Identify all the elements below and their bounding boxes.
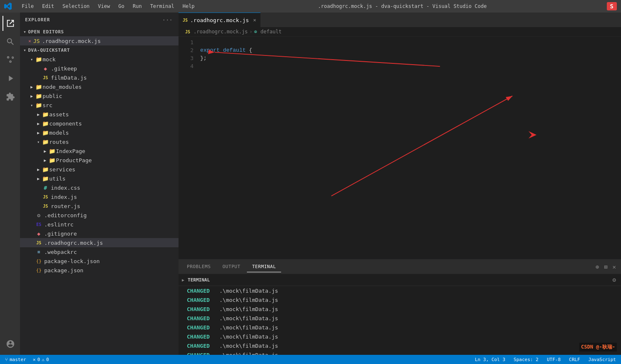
git-branch-name: master [10, 357, 26, 362]
tree-item-package-json[interactable]: {} package.json [20, 266, 179, 275]
expand-terminal-icon[interactable]: ▶ [182, 278, 184, 282]
tab-problems[interactable]: PROBLEMS [182, 261, 216, 272]
tab-close-button[interactable]: ✕ [253, 17, 256, 23]
tree-item-mock[interactable]: ▾ 📁 mock [20, 55, 179, 64]
tree-item-productpage[interactable]: ▶ 📁 ProductPage [20, 156, 179, 165]
tree-item-public[interactable]: ▶ 📁 public [20, 91, 179, 100]
folder-icon: 📁 [42, 166, 49, 173]
sidebar-more-actions[interactable]: ··· [161, 16, 173, 24]
tree-item-index-css[interactable]: # index.css [20, 183, 179, 192]
json-file-icon: {} [35, 259, 43, 264]
menu-help[interactable]: Help [179, 3, 198, 10]
terminal-path-7: .\mock\filmData.js [219, 343, 278, 349]
tree-item-package-lock[interactable]: {} package-lock.json [20, 256, 179, 266]
activity-bar [0, 13, 20, 355]
close-panel-icon[interactable]: ✕ [611, 263, 618, 271]
terminal-line-8: CHANGED .\mock\filmData.js [179, 350, 621, 355]
terminal-header-actions: ⚙ [611, 276, 618, 284]
tree-item-filmdata[interactable]: JS filmData.js [20, 73, 179, 82]
activity-extensions[interactable] [3, 89, 18, 104]
json-file-icon: {} [35, 268, 43, 273]
code-editor[interactable]: 1 2 3 4 export default { }; [179, 37, 621, 259]
error-status[interactable]: ✕ 0 ⚠ 0 [31, 357, 51, 362]
new-terminal-icon[interactable]: ⊕ [594, 263, 601, 271]
dva-quickstart-section[interactable]: ▾ DVA-QUICKSTART [20, 45, 179, 55]
activity-source-control[interactable] [3, 53, 18, 68]
menu-terminal[interactable]: Terminal [147, 3, 178, 10]
editor-area: JS .roadhogrc.mock.js ✕ JS .roadhogrc.mo… [179, 13, 621, 355]
eol-status[interactable]: CRLF [567, 357, 582, 362]
tree-item-services[interactable]: ▶ 📁 services [20, 165, 179, 174]
breadcrumb-file: .roadhogrc.mock.js [194, 29, 248, 35]
sidebar-header: EXPLORER ··· [20, 13, 179, 27]
title-bar: File Edit Selection View Go Run Terminal… [0, 0, 621, 13]
js-file-icon: JS [42, 195, 49, 199]
tree-item-gitignore[interactable]: ◆ .gitignore [20, 229, 179, 238]
open-editors-section[interactable]: ▾ OPEN EDITORS [20, 27, 179, 36]
panel-actions: ⊕ ⊞ ✕ [594, 263, 618, 271]
bottom-panel: PROBLEMS OUTPUT TERMINAL ⊕ ⊞ ✕ ▶ TERMINA… [179, 259, 621, 355]
terminal-line-3: CHANGED .\mock\filmData.js [179, 304, 621, 314]
open-editor-item[interactable]: ✕ JS .roadhogrc.mock.js [20, 36, 179, 45]
menu-file[interactable]: File [18, 3, 37, 10]
terminal-path-2: .\mock\filmData.js [219, 297, 278, 303]
close-icon[interactable]: ✕ [28, 38, 31, 44]
tree-item-index-js[interactable]: JS index.js [20, 192, 179, 201]
tree-item-webpackrc[interactable]: ≡ .webpackrc [20, 247, 179, 256]
code-line-2: export default { [200, 46, 621, 54]
main-layout: EXPLORER ··· ▾ OPEN EDITORS ✕ JS .roadho… [0, 13, 621, 355]
tree-item-eslintrc[interactable]: ES .eslintrc [20, 220, 179, 229]
menu-view[interactable]: View [95, 3, 113, 10]
folder-icon: 📁 [42, 111, 49, 118]
activity-run-debug[interactable] [3, 71, 18, 86]
terminal-settings-icon[interactable]: ⚙ [611, 276, 618, 284]
error-count: 0 [37, 357, 40, 362]
spaces-status[interactable]: Spaces: 2 [512, 357, 541, 362]
tree-item-src[interactable]: ▾ 📁 src [20, 100, 179, 110]
tree-item-node-modules[interactable]: ▶ 📁 node_modules [20, 82, 179, 91]
folder-icon: 📁 [35, 84, 43, 90]
terminal-path-6: .\mock\filmData.js [219, 334, 278, 340]
activity-explorer[interactable] [3, 16, 18, 31]
tab-terminal[interactable]: TERMINAL [247, 261, 281, 272]
code-line-3: }; [200, 54, 621, 62]
terminal-content: ▶ TERMINAL ⚙ CHANGED .\mock\filmData.js … [179, 274, 621, 355]
menu-edit[interactable]: Edit [39, 3, 58, 10]
tree-item-utils[interactable]: ▶ 📁 utils [20, 174, 179, 183]
terminal-path-3: .\mock\filmData.js [219, 306, 278, 312]
encoding-status[interactable]: UTF-8 [545, 357, 562, 362]
folder-icon: 📁 [42, 139, 49, 145]
activity-search[interactable] [3, 34, 18, 49]
breadcrumb: JS .roadhogrc.mock.js › ⊕ default [179, 27, 621, 37]
tree-item-routes[interactable]: ▾ 📁 routes [20, 137, 179, 146]
sidebar-title: EXPLORER [25, 17, 50, 23]
tree-item-indexpage[interactable]: ▶ 📁 IndexPage [20, 146, 179, 156]
js-file-icon: JS [35, 241, 43, 245]
activity-accounts[interactable] [3, 336, 18, 351]
folder-icon: 📁 [42, 120, 49, 127]
tree-item-components[interactable]: ▶ 📁 components [20, 119, 179, 128]
menu-run[interactable]: Run [129, 3, 145, 10]
tree-item-assets[interactable]: ▶ 📁 assets [20, 110, 179, 119]
line-col-status[interactable]: Ln 3, Col 3 [473, 357, 507, 362]
tree-item-router-js[interactable]: JS router.js [20, 201, 179, 211]
menu-selection[interactable]: Selection [59, 3, 93, 10]
changed-badge-7: CHANGED [187, 343, 216, 349]
tree-item-gitkeep[interactable]: ◆ .gitkeep [20, 64, 179, 73]
tree-item-roadhogrc-mock[interactable]: JS .roadhogrc.mock.js [20, 238, 179, 247]
warning-count: 0 [46, 357, 49, 362]
split-terminal-icon[interactable]: ⊞ [602, 263, 609, 271]
tree-item-models[interactable]: ▶ 📁 models [20, 128, 179, 137]
line-numbers: 1 2 3 4 [179, 37, 199, 259]
terminal-path-4: .\mock\filmData.js [219, 315, 278, 321]
git-branch-status[interactable]: ⑂ master [3, 357, 28, 362]
menu-go[interactable]: Go [115, 3, 128, 10]
js-file-icon: JS [42, 204, 49, 208]
title-bar-left: File Edit Selection View Go Run Terminal… [4, 3, 198, 10]
tab-output[interactable]: OUTPUT [217, 261, 245, 272]
editor-tab-roadhogrc[interactable]: JS .roadhogrc.mock.js ✕ [179, 13, 261, 27]
language-status[interactable]: JavaScript [587, 357, 618, 362]
folder-icon: 📁 [35, 93, 43, 99]
code-content[interactable]: export default { }; [199, 37, 621, 259]
tree-item-editorconfig[interactable]: ⚙ .editorconfig [20, 211, 179, 220]
